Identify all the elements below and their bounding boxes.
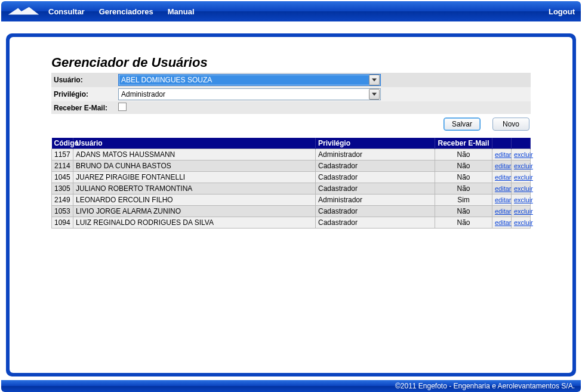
cell-receber: Não [435, 160, 492, 172]
nav-links: Consultar Gerenciadores Manual [48, 7, 549, 16]
cell-privilegio: Cadastrador [316, 160, 435, 172]
delete-link[interactable]: excluir [514, 151, 533, 158]
cell-usuario: JULIANO ROBERTO TRAMONTINA [73, 183, 316, 195]
delete-link[interactable]: excluir [514, 219, 533, 226]
receber-label: Receber E-Mail: [51, 101, 116, 114]
form-buttons: Salvar Novo [51, 118, 531, 131]
page-title: Gerenciador de Usuários [51, 55, 531, 70]
cell-privilegio: Cadastrador [316, 206, 435, 217]
cell-receber: Não [435, 217, 492, 229]
table-row: 1305JULIANO ROBERTO TRAMONTINACadastrado… [52, 183, 531, 195]
th-receber: Receber E-Mail [435, 138, 492, 149]
brand-logo [7, 5, 40, 18]
edit-link[interactable]: editar [495, 151, 512, 158]
main-panel-frame: Gerenciador de Usuários Usuário: ABEL DO… [6, 33, 576, 376]
cell-excluir: excluir [512, 172, 531, 183]
nav-link-consultar[interactable]: Consultar [48, 7, 85, 16]
cell-usuario: LIVIO JORGE ALARMA ZUNINO [73, 206, 316, 217]
cell-receber: Sim [435, 195, 492, 206]
cell-privilegio: Administrador [316, 149, 435, 160]
edit-link[interactable]: editar [495, 208, 512, 215]
delete-link[interactable]: excluir [514, 196, 533, 203]
cell-receber: Não [435, 172, 492, 183]
edit-link[interactable]: editar [495, 219, 512, 226]
edit-link[interactable]: editar [495, 196, 512, 203]
user-form: Usuário: ABEL DOMINGUES SOUZA Privilégio… [51, 73, 531, 114]
usuario-dropdown[interactable]: ABEL DOMINGUES SOUZA [118, 74, 381, 86]
cell-codigo: 2114 [52, 160, 73, 172]
cell-editar: editar [492, 172, 512, 183]
cell-usuario: JUAREZ PIRAGIBE FONTANELLI [73, 172, 316, 183]
cell-codigo: 1157 [52, 149, 73, 160]
th-usuario: Usuário [73, 138, 316, 149]
delete-link[interactable]: excluir [514, 185, 533, 192]
edit-link[interactable]: editar [495, 174, 512, 181]
logout-link[interactable]: Logout [549, 7, 575, 16]
delete-link[interactable]: excluir [514, 162, 533, 169]
cell-excluir: excluir [512, 206, 531, 217]
cell-editar: editar [492, 217, 512, 229]
cell-receber: Não [435, 183, 492, 195]
th-privilegio: Privilégio [316, 138, 435, 149]
delete-link[interactable]: excluir [514, 174, 533, 181]
cell-usuario: ADANS MATOS HAUSSMANN [73, 149, 316, 160]
cell-editar: editar [492, 149, 512, 160]
privilegio-label: Privilégio: [51, 87, 116, 101]
new-button[interactable]: Novo [492, 118, 529, 131]
footer-text: ©2011 Engefoto - Engenharia e Aerolevant… [395, 382, 575, 390]
cell-privilegio: Cadastrador [316, 217, 435, 229]
cell-excluir: excluir [512, 183, 531, 195]
cell-privilegio: Cadastrador [316, 172, 435, 183]
cell-codigo: 1094 [52, 217, 73, 229]
nav-link-manual[interactable]: Manual [168, 7, 195, 16]
cell-editar: editar [492, 160, 512, 172]
main-panel: Gerenciador de Usuários Usuário: ABEL DO… [10, 37, 572, 373]
receber-checkbox[interactable] [118, 103, 127, 111]
th-editar [492, 138, 512, 149]
footer-bar: ©2011 Engefoto - Engenharia e Aerolevant… [1, 380, 581, 392]
delete-link[interactable]: excluir [514, 208, 533, 215]
chevron-down-icon[interactable] [369, 75, 380, 85]
cell-excluir: excluir [512, 195, 531, 206]
top-navbar: Consultar Gerenciadores Manual Logout [1, 1, 581, 21]
th-codigo: Código [52, 138, 73, 149]
cell-editar: editar [492, 183, 512, 195]
cell-usuario: LEONARDO ERCOLIN FILHO [73, 195, 316, 206]
cell-editar: editar [492, 206, 512, 217]
privilegio-dropdown[interactable]: Administrador [118, 88, 381, 100]
table-row: 1157ADANS MATOS HAUSSMANNAdministradorNã… [52, 149, 531, 160]
chevron-down-icon[interactable] [369, 89, 380, 100]
save-button[interactable]: Salvar [444, 118, 481, 131]
cell-excluir: excluir [512, 160, 531, 172]
nav-link-gerenciadores[interactable]: Gerenciadores [99, 7, 153, 16]
cell-codigo: 1053 [52, 206, 73, 217]
cell-excluir: excluir [512, 149, 531, 160]
cell-codigo: 1305 [52, 183, 73, 195]
cell-privilegio: Administrador [316, 195, 435, 206]
edit-link[interactable]: editar [495, 185, 512, 192]
edit-link[interactable]: editar [495, 162, 512, 169]
cell-editar: editar [492, 195, 512, 206]
cell-usuario: LUIZ REGINALDO RODRIGUES DA SILVA [73, 217, 316, 229]
table-row: 2149LEONARDO ERCOLIN FILHOAdministradorS… [52, 195, 531, 206]
users-table: Código Usuário Privilégio Receber E-Mail… [51, 138, 531, 229]
table-row: 1053LIVIO JORGE ALARMA ZUNINOCadastrador… [52, 206, 531, 217]
cell-codigo: 2149 [52, 195, 73, 206]
cell-receber: Não [435, 149, 492, 160]
usuario-dropdown-value: ABEL DOMINGUES SOUZA [121, 76, 212, 84]
cell-privilegio: Cadastrador [316, 183, 435, 195]
table-row: 1045JUAREZ PIRAGIBE FONTANELLICadastrado… [52, 172, 531, 183]
usuario-label: Usuário: [51, 73, 116, 87]
privilegio-dropdown-value: Administrador [121, 90, 165, 98]
table-row: 1094LUIZ REGINALDO RODRIGUES DA SILVACad… [52, 217, 531, 229]
table-row: 2114BRUNO DA CUNHA BASTOSCadastradorNãoe… [52, 160, 531, 172]
cell-codigo: 1045 [52, 172, 73, 183]
cell-excluir: excluir [512, 217, 531, 229]
th-excluir [512, 138, 531, 149]
cell-receber: Não [435, 206, 492, 217]
cell-usuario: BRUNO DA CUNHA BASTOS [73, 160, 316, 172]
